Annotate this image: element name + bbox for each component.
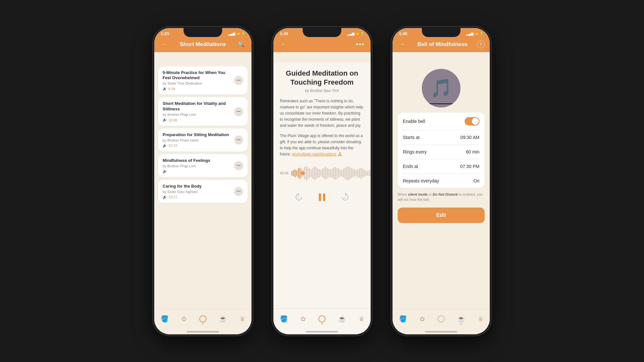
notch-2: [303, 28, 341, 37]
bell-repeats-label: Repeats everyday: [403, 178, 439, 183]
home-icon-3: 🪣: [399, 315, 407, 323]
nav-item-circle-2[interactable]: [318, 315, 326, 322]
wifi-icon-1: 📶: [236, 32, 240, 35]
nav-item-sun-2[interactable]: ✿: [300, 315, 306, 323]
notch-3: [422, 28, 460, 37]
nav-active-dot-2: [321, 323, 323, 324]
nav-item-home-2[interactable]: 🪣: [280, 315, 288, 323]
phone-1: 1:23 ▂▄▆ 📶 🔋 ← Short Meditations 🔍: [153, 27, 253, 336]
signal-icon-3: ▂▄▆: [466, 32, 474, 35]
back-button-1[interactable]: ←: [159, 39, 170, 50]
more-button-4[interactable]: •••: [234, 161, 243, 170]
phone-screen-1: 1:23 ▂▄▆ 📶 🔋 ← Short Meditations 🔍: [154, 28, 251, 334]
toggle-knob: [472, 118, 479, 125]
nav-item-tea-3[interactable]: ☕: [457, 315, 465, 323]
waveform[interactable]: [291, 165, 371, 181]
svg-rect-1: [319, 193, 321, 201]
player-author: by Brother Bao Tich: [280, 88, 364, 93]
battery-icon-3: 🔋: [479, 32, 483, 35]
nav-item-crown-3[interactable]: ♛: [478, 315, 484, 323]
bell-rings-row: Rings every 60 min: [403, 145, 479, 159]
bell-note-middle: or: [428, 192, 433, 196]
status-time-2: 1:40: [280, 31, 288, 36]
nav-item-sun-1[interactable]: ✿: [181, 315, 187, 323]
meditation-item-4[interactable]: Mindfulness of Feelings by Brother Phap …: [158, 154, 248, 177]
circle-icon-2: [318, 315, 326, 322]
meditation-item-3[interactable]: Preparation for Sitting Meditation by Br…: [158, 128, 248, 152]
crown-icon-2: ♛: [359, 315, 365, 323]
status-bar-3: 1:40 ▂▄▆ 📶 🔋: [393, 28, 490, 37]
nav-item-tea-2[interactable]: ☕: [338, 315, 346, 323]
speaker-icon-2: 🔊: [163, 118, 167, 122]
header-area-3: 1:40 ▂▄▆ 📶 🔋 ← Bell of Mindfulness ?: [393, 28, 490, 62]
bell-enable-label: Enable bell: [403, 119, 425, 124]
meditation-title-5: Caring for the Body: [163, 184, 232, 189]
status-bar-2: 1:40 ▂▄▆ 📶 🔋: [273, 28, 371, 37]
signal-icon-2: ▂▄▆: [347, 32, 355, 35]
meditation-item-5[interactable]: Caring for the Body by Sister Dieu Nghie…: [158, 180, 248, 203]
bell-enable-row[interactable]: Enable bell: [403, 113, 479, 130]
nav-active-dot-1: [202, 323, 204, 324]
bell-bowl-icon: 🎵: [430, 78, 452, 98]
bell-note-dnd: Do Not Disturb: [433, 192, 458, 196]
bell-rings-label: Rings every: [403, 149, 427, 154]
bell-ends-label: Ends at: [403, 164, 418, 169]
nav-item-crown-1[interactable]: ♛: [240, 315, 245, 323]
bell-enable-toggle[interactable]: [465, 117, 479, 125]
nav-item-home-3[interactable]: 🪣: [399, 315, 407, 323]
sun-icon-3: ✿: [420, 315, 425, 323]
more-button-5[interactable]: •••: [234, 187, 243, 196]
meditation-author-2: by Brother Phap Linh: [163, 113, 232, 116]
player-desc-2: The Plum Village app is offered to the w…: [280, 133, 364, 158]
nav-bar-1: ← Short Meditations 🔍: [154, 37, 251, 52]
player-link[interactable]: plumvillage.app/donations: [292, 152, 336, 156]
more-button-3[interactable]: •••: [234, 135, 243, 144]
nav-item-crown-2[interactable]: ♛: [359, 315, 365, 323]
nav-item-home-1[interactable]: 🪣: [161, 315, 169, 323]
bell-note: When silent mode or Do Not Disturb is en…: [398, 192, 485, 202]
nav-item-sun-3[interactable]: ✿: [420, 315, 425, 323]
battery-icon-1: 🔋: [241, 32, 245, 35]
player-content: Guided Meditation on Touching Freedom by…: [273, 62, 371, 212]
meditation-item-left-1: 5-Minute Practice for When You Feel Over…: [163, 70, 232, 91]
skip-forward-15-button[interactable]: 15: [339, 191, 351, 203]
help-button-3[interactable]: ?: [477, 41, 485, 48]
player-title: Guided Meditation on Touching Freedom: [280, 69, 364, 87]
home-indicator-3: [425, 331, 457, 332]
back-button-3[interactable]: ←: [398, 39, 408, 50]
speaker-icon-4: 🔊: [163, 169, 167, 173]
phone-screen-3: 1:40 ▂▄▆ 📶 🔋 ← Bell of Mindfulness ?: [393, 28, 490, 334]
nav-item-tea-1[interactable]: ☕: [219, 315, 227, 323]
meditation-item-left-5: Caring for the Body by Sister Dieu Nghie…: [163, 184, 232, 199]
bell-starts-row: Starts at 09:30 AM: [403, 130, 479, 145]
edit-button[interactable]: Edit: [398, 208, 485, 223]
meditation-item-1[interactable]: 5-Minute Practice for When You Feel Over…: [158, 66, 248, 95]
svg-rect-2: [323, 193, 325, 201]
meditation-author-1: by Sister True Dedication: [163, 81, 232, 85]
back-button-2[interactable]: ←: [279, 39, 289, 50]
meditation-title-4: Mindfulness of Feelings: [163, 158, 232, 163]
more-button-1[interactable]: •••: [234, 76, 243, 85]
waveform-progress-dot: [301, 171, 305, 175]
crown-icon-1: ♛: [240, 315, 245, 323]
bell-starts-label: Starts at: [403, 135, 420, 140]
notch-1: [184, 28, 222, 37]
search-button-1[interactable]: 🔍: [236, 39, 246, 50]
header-area-1: 1:23 ▂▄▆ 📶 🔋 ← Short Meditations 🔍: [154, 28, 251, 62]
player-desc-1: Reminders such as "There is nothing to d…: [280, 98, 364, 129]
circle-icon-3: [438, 315, 445, 322]
nav-item-circle-1[interactable]: [199, 315, 206, 322]
pause-button[interactable]: [314, 189, 330, 206]
more-button-2[interactable]: •••: [355, 39, 365, 50]
nav-active-dot-3: [460, 323, 462, 325]
meditation-item-2[interactable]: Short Meditation for Vitality and Stilln…: [158, 97, 248, 126]
skip-back-15-button[interactable]: 15: [293, 191, 305, 203]
bottom-nav-1: 🪣 ✿ ☕ ♛: [154, 309, 251, 334]
speaker-icon-3: 🔊: [163, 144, 167, 148]
home-icon-2: 🪣: [280, 315, 288, 323]
bottom-nav-2: 🪣 ✿ ☕ ♛: [273, 309, 371, 334]
player-container: Guided Meditation on Touching Freedom by…: [273, 62, 371, 334]
more-button-2[interactable]: •••: [234, 107, 243, 116]
wifi-icon-2: 📶: [355, 32, 359, 35]
nav-item-circle-3[interactable]: [438, 315, 445, 322]
